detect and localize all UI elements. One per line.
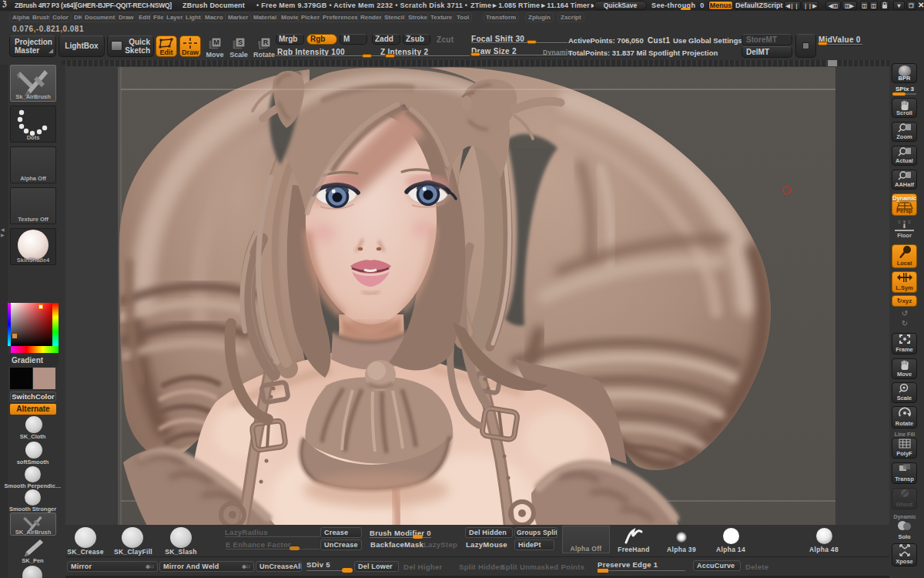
svg-text:M: M xyxy=(213,39,219,46)
svg-text:S: S xyxy=(238,39,243,46)
svg-text:R: R xyxy=(263,39,269,46)
